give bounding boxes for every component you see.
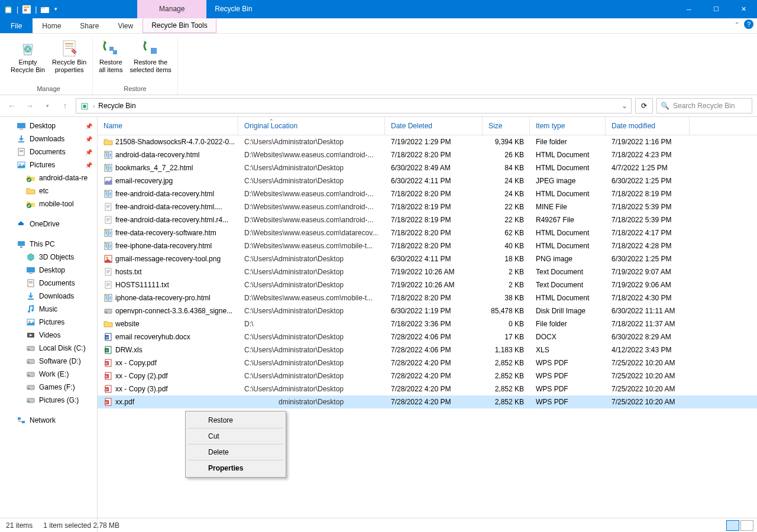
tree-item[interactable]: 3D Objects xyxy=(0,251,97,264)
view-menu[interactable]: View xyxy=(108,18,143,33)
file-row[interactable]: bookmarks_4_7_22.html C:\Users\Administr… xyxy=(98,161,757,174)
col-date-deleted[interactable]: Date Deleted xyxy=(385,117,483,135)
file-row[interactable]: Wxx - Copy (3).pdf C:\Users\Administrato… xyxy=(98,382,757,395)
tree-item[interactable]: Downloads xyxy=(0,290,97,303)
tree-item[interactable]: Documents xyxy=(0,277,97,290)
tree-item[interactable]: Pictures📌 xyxy=(0,158,97,171)
file-row[interactable]: openvpn-connect-3.3.6.4368_signe... C:\U… xyxy=(98,304,757,317)
file-date-modified: 6/30/2022 1:25 PM xyxy=(606,177,690,185)
view-icons-button[interactable] xyxy=(740,520,753,531)
file-row[interactable]: email-recovery.jpg C:\Users\Administrato… xyxy=(98,174,757,187)
restore-selected-button[interactable]: Restore the selected items xyxy=(127,36,175,85)
breadcrumb[interactable]: Recycle Bin xyxy=(98,102,135,110)
window-title: Recycle Bin xyxy=(206,0,260,18)
file-row[interactable]: Wxx - Copy (2).pdf C:\Users\Administrato… xyxy=(98,369,757,382)
ctx-restore[interactable]: Restore xyxy=(188,413,283,429)
tree-item[interactable]: etc xyxy=(0,184,97,197)
properties-icon[interactable] xyxy=(22,5,31,14)
breadcrumb-sep-icon[interactable]: › xyxy=(93,103,95,109)
svg-rect-48 xyxy=(28,401,30,402)
tree-item[interactable]: Desktop xyxy=(0,264,97,277)
recent-dropdown[interactable]: ▾ xyxy=(40,99,54,113)
help-icon[interactable]: ? xyxy=(744,20,753,29)
file-row[interactable]: Wxx.pdf C:\Users\Administrator\Desktop 7… xyxy=(98,395,757,408)
pdf-icon: W xyxy=(103,358,113,368)
col-original-location[interactable]: Original Location xyxy=(238,117,385,135)
file-row[interactable]: gmail-message-recovery-tool.png C:\Users… xyxy=(98,252,757,265)
file-row[interactable]: iphone-data-recovery-pro.html D:\Website… xyxy=(98,291,757,304)
tree-item[interactable]: Software (D:) xyxy=(0,355,97,368)
manage-tab[interactable]: Manage xyxy=(137,0,206,18)
file-menu[interactable]: File xyxy=(0,18,33,33)
ctx-delete[interactable]: Delete xyxy=(188,445,283,460)
tree-thispc[interactable]: This PC xyxy=(0,238,97,251)
qat-dropdown-icon[interactable]: ▼ xyxy=(53,7,59,12)
file-row[interactable]: free-android-data-recovery.html.r4... D:… xyxy=(98,213,757,226)
ctx-cut[interactable]: Cut xyxy=(188,429,283,445)
svg-rect-77 xyxy=(106,283,110,284)
file-row[interactable]: free-data-recovery-software.htm D:\Websi… xyxy=(98,226,757,239)
refresh-button[interactable]: ⟳ xyxy=(635,98,653,113)
ctx-properties[interactable]: Properties xyxy=(188,460,283,476)
maximize-button[interactable]: ☐ xyxy=(703,0,730,18)
address-dropdown-icon[interactable]: ⌄ xyxy=(622,102,627,110)
svg-rect-31 xyxy=(29,281,33,282)
col-date-modified[interactable]: Date modified xyxy=(606,117,690,135)
tree-onedrive[interactable]: OneDrive xyxy=(0,218,97,231)
svg-text:W: W xyxy=(105,375,108,378)
file-name: email-recovery.jpg xyxy=(115,177,173,185)
col-item-type[interactable]: Item type xyxy=(530,117,606,135)
ribbon-group-manage: Manage xyxy=(37,85,60,95)
new-folder-icon[interactable] xyxy=(40,5,50,14)
file-name: iphone-data-recovery-pro.html xyxy=(115,294,211,302)
file-row[interactable]: hosts.txt C:\Users\Administrator\Desktop… xyxy=(98,265,757,278)
file-row[interactable]: XDRW.xls C:\Users\Administrator\Desktop … xyxy=(98,343,757,356)
forward-button[interactable]: → xyxy=(22,99,37,113)
tree-item[interactable]: android-data-re xyxy=(0,171,97,184)
home-menu[interactable]: Home xyxy=(33,18,70,33)
navigation-pane[interactable]: Desktop📌Downloads📌Documents📌Pictures📌and… xyxy=(0,117,98,532)
file-row[interactable]: HOSTS11111.txt C:\Users\Administrator\De… xyxy=(98,278,757,291)
tree-item[interactable]: mobile-tool xyxy=(0,197,97,210)
recycle-bin-tools-menu[interactable]: Recycle Bin Tools xyxy=(143,18,216,33)
file-row[interactable]: website D:\ 7/18/2022 3:36 PM 0 KB File … xyxy=(98,317,757,330)
file-row[interactable]: Wxx - Copy.pdf C:\Users\Administrator\De… xyxy=(98,356,757,369)
tree-item[interactable]: Work (E:) xyxy=(0,368,97,381)
share-menu[interactable]: Share xyxy=(70,18,108,33)
status-bar: 21 items 1 item selected 2.78 MB xyxy=(0,518,757,532)
close-button[interactable]: ✕ xyxy=(730,0,757,18)
file-row[interactable]: free-android-data-recovery.html D:\Websi… xyxy=(98,187,757,200)
tree-item[interactable]: Documents📌 xyxy=(0,145,97,158)
col-name[interactable]: Name xyxy=(98,117,238,135)
view-details-button[interactable] xyxy=(726,520,739,531)
tree-item[interactable]: Games (F:) xyxy=(0,381,97,394)
file-row[interactable]: android-data-recovery.html D:\Websites\w… xyxy=(98,148,757,161)
tree-item[interactable]: Videos xyxy=(0,329,97,342)
tree-item[interactable]: Pictures (G:) xyxy=(0,394,97,407)
file-row[interactable]: Wemail recoveryhub.docx C:\Users\Adminis… xyxy=(98,330,757,343)
tree-item[interactable]: Pictures xyxy=(0,316,97,329)
tree-item[interactable]: Local Disk (C:) xyxy=(0,342,97,355)
tree-item[interactable]: Music xyxy=(0,303,97,316)
search-box[interactable]: 🔍 Search Recycle Bin xyxy=(656,98,752,113)
address-box[interactable]: › Recycle Bin ⌄ xyxy=(76,98,632,113)
file-row[interactable]: free-android-data-recovery.html.... D:\W… xyxy=(98,200,757,213)
restore-all-button[interactable]: Restore all items xyxy=(95,36,126,85)
svg-rect-46 xyxy=(28,388,30,389)
file-date-deleted: 6/30/2022 4:11 PM xyxy=(385,177,483,185)
recycle-bin-properties-button[interactable]: Recycle Bin properties xyxy=(48,36,90,85)
file-row[interactable]: 21508-ShadowsocksR-4.7.0-2022-0... C:\Us… xyxy=(98,135,757,148)
file-row[interactable]: free-iphone-data-recovery.html D:\Websit… xyxy=(98,239,757,252)
file-size: 18 KB xyxy=(483,255,530,263)
up-button[interactable]: ↑ xyxy=(58,99,72,113)
back-button[interactable]: ← xyxy=(5,99,19,113)
col-size[interactable]: Size xyxy=(483,117,530,135)
tree-network[interactable]: Network xyxy=(0,414,97,427)
file-type: WPS PDF xyxy=(530,372,606,380)
tree-item[interactable]: Desktop📌 xyxy=(0,119,97,132)
minimize-button[interactable]: ─ xyxy=(675,0,703,18)
txt-icon xyxy=(103,202,113,212)
tree-item[interactable]: Downloads📌 xyxy=(0,132,97,145)
empty-recycle-bin-button[interactable]: Empty Recycle Bin xyxy=(7,36,48,85)
ribbon-collapse-icon[interactable]: ⌃ xyxy=(735,21,739,28)
